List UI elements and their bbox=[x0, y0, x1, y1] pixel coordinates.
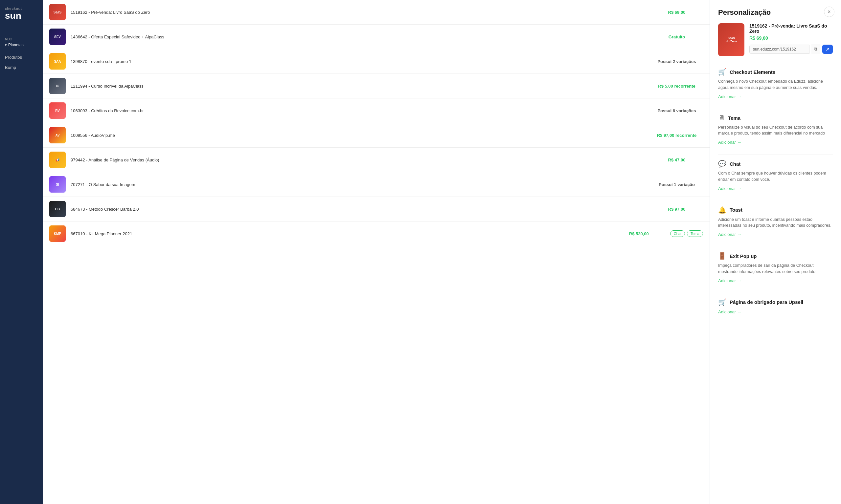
table-row[interactable]: AV1009556 - AudioVip.meR$ 97,00 recorren… bbox=[43, 123, 709, 148]
checkout-elements-title: Checkout Elements bbox=[730, 69, 775, 75]
section-divider bbox=[718, 109, 833, 109]
sidebar-item-bump[interactable]: Bump bbox=[5, 62, 38, 73]
product-price: R$ 97,00 recorrente bbox=[650, 133, 703, 138]
section-divider bbox=[718, 293, 833, 293]
product-thumbnail: SI bbox=[49, 176, 66, 193]
tema-add-link[interactable]: Adicionar → bbox=[718, 140, 741, 145]
panel-title: Personalização bbox=[718, 8, 833, 17]
sidebar-section-value: e Planetas bbox=[5, 43, 38, 47]
checkout-elements-add-link[interactable]: Adicionar → bbox=[718, 94, 741, 99]
sidebar-item-produtos[interactable]: Produtos bbox=[5, 52, 38, 62]
product-name: 1519162 - Pré-venda: Livro SaaS do Zero bbox=[71, 10, 646, 15]
table-row[interactable]: 📢979442 - Análise de Página de Vendas (Á… bbox=[43, 148, 709, 172]
table-row[interactable]: IC1211994 - Curso Incrível da AlpaClassR… bbox=[43, 74, 709, 98]
product-thumbnail: SaaS bbox=[49, 4, 66, 20]
tema-icon: 🖥 bbox=[718, 114, 725, 122]
product-name: 707271 - O Sabor da sua Imagem bbox=[71, 182, 646, 187]
section-header: 🚪Exit Pop up bbox=[718, 252, 833, 260]
section-item-chat: 💬ChatCom o Chat sempre que houver dúvida… bbox=[718, 160, 833, 196]
product-list: SaaS1519162 - Pré-venda: Livro SaaS do Z… bbox=[43, 0, 709, 246]
panel-sections: 🛒Checkout ElementsConheça o novo Checkou… bbox=[718, 63, 833, 319]
product-price: R$ 47,00 bbox=[650, 158, 703, 162]
section-item-tema: 🖥TemaPersonalize o visual do seu Checkou… bbox=[718, 114, 833, 150]
product-price: Possui 6 variações bbox=[650, 108, 703, 113]
product-price: Possui 2 variações bbox=[650, 59, 703, 64]
tema-title: Tema bbox=[728, 115, 740, 121]
preview-url-row: ⧉ ↗ bbox=[749, 44, 833, 54]
table-row[interactable]: SI707271 - O Sabor da sua ImagemPossui 1… bbox=[43, 172, 709, 197]
product-badges: ChatTema bbox=[670, 230, 703, 237]
preview-thumbnail: SaaSdo Zero bbox=[718, 23, 744, 56]
product-badge[interactable]: Tema bbox=[687, 230, 703, 237]
toast-icon: 🔔 bbox=[718, 206, 726, 214]
chat-add-link[interactable]: Adicionar → bbox=[718, 186, 741, 191]
chat-desc: Com o Chat sempre que houver dúvidas os … bbox=[718, 170, 833, 183]
url-copy-button[interactable]: ⧉ bbox=[811, 44, 820, 54]
table-row[interactable]: SaaS1519162 - Pré-venda: Livro SaaS do Z… bbox=[43, 0, 709, 24]
sidebar-section-label: NDO bbox=[5, 37, 38, 41]
pagina-obrigado-add-link[interactable]: Adicionar → bbox=[718, 309, 741, 314]
table-row[interactable]: RV1063093 - Créditos da Revoice.com.brPo… bbox=[43, 98, 709, 123]
product-name: 979442 - Análise de Página de Vendas (Áu… bbox=[71, 158, 646, 162]
toast-add-link[interactable]: Adicionar → bbox=[718, 232, 741, 237]
section-header: 🖥Tema bbox=[718, 114, 833, 122]
section-divider bbox=[718, 63, 833, 63]
product-price: Possui 1 variação bbox=[650, 182, 703, 187]
section-header: 💬Chat bbox=[718, 160, 833, 168]
toast-title: Toast bbox=[730, 207, 742, 213]
exit-popup-add-link[interactable]: Adicionar → bbox=[718, 278, 741, 283]
table-row[interactable]: SAA1398870 - evento sda - promo 1Possui … bbox=[43, 49, 709, 74]
product-preview: SaaSdo Zero 1519162 - Pré-venda: Livro S… bbox=[718, 23, 833, 56]
section-divider bbox=[718, 247, 833, 247]
product-badge[interactable]: Chat bbox=[670, 230, 685, 237]
main-content: SaaS1519162 - Pré-venda: Livro SaaS do Z… bbox=[43, 0, 709, 504]
table-row[interactable]: SEV1436642 - Oferta Especial Safevideo +… bbox=[43, 24, 709, 49]
right-panel: × Personalização SaaSdo Zero 1519162 - P… bbox=[709, 0, 841, 504]
product-price: Gratuito bbox=[650, 34, 703, 39]
checkout-elements-desc: Conheça o novo Checkout embedado da Eduz… bbox=[718, 78, 833, 91]
product-name: 1398870 - evento sda - promo 1 bbox=[71, 59, 646, 64]
sidebar-logo: checkout sun bbox=[5, 6, 38, 21]
product-thumbnail: SEV bbox=[49, 29, 66, 45]
url-open-button[interactable]: ↗ bbox=[822, 44, 833, 54]
logo-sun-text: sun bbox=[5, 11, 38, 21]
table-row[interactable]: CB684673 - Método Crescer Barba 2.0R$ 97… bbox=[43, 197, 709, 221]
panel-close-button[interactable]: × bbox=[824, 6, 835, 17]
sidebar: checkout sun NDO e Planetas Produtos Bum… bbox=[0, 0, 43, 504]
checkout-elements-icon: 🛒 bbox=[718, 68, 726, 76]
exit-popup-desc: Impeça compradores de sair da página de … bbox=[718, 263, 833, 275]
exit-popup-icon: 🚪 bbox=[718, 252, 726, 260]
section-header: 🔔Toast bbox=[718, 206, 833, 214]
product-name: 1063093 - Créditos da Revoice.com.br bbox=[71, 108, 646, 113]
exit-popup-title: Exit Pop up bbox=[730, 253, 757, 259]
preview-url-input[interactable] bbox=[749, 44, 809, 54]
section-item-pagina-obrigado: 🛒Página de obrigado para UpsellAdicionar… bbox=[718, 298, 833, 319]
section-item-exit-popup: 🚪Exit Pop upImpeça compradores de sair d… bbox=[718, 252, 833, 288]
product-name: 1436642 - Oferta Especial Safevideo + Al… bbox=[71, 34, 646, 39]
product-price: R$ 97,00 bbox=[650, 207, 703, 212]
product-price: R$ 69,00 bbox=[650, 10, 703, 15]
pagina-obrigado-icon: 🛒 bbox=[718, 298, 726, 306]
tema-desc: Personalize o visual do seu Checkout de … bbox=[718, 124, 833, 137]
section-header: 🛒Página de obrigado para Upsell bbox=[718, 298, 833, 306]
product-name: 667010 - Kit Mega Planner 2021 bbox=[71, 231, 608, 236]
product-name: 1211994 - Curso Incrível da AlpaClass bbox=[71, 84, 646, 89]
product-thumbnail: 📢 bbox=[49, 151, 66, 168]
section-header: 🛒Checkout Elements bbox=[718, 68, 833, 76]
preview-product-name: 1519162 - Pré-venda: Livro SaaS do Zero bbox=[749, 23, 833, 34]
preview-thumb-text: SaaSdo Zero bbox=[725, 35, 738, 44]
section-item-checkout-elements: 🛒Checkout ElementsConheça o novo Checkou… bbox=[718, 68, 833, 104]
preview-info: 1519162 - Pré-venda: Livro SaaS do Zero … bbox=[749, 23, 833, 54]
product-thumbnail: RV bbox=[49, 102, 66, 119]
product-thumbnail: AV bbox=[49, 127, 66, 143]
logo-checkout-text: checkout bbox=[5, 6, 38, 11]
product-name: 1009556 - AudioVip.me bbox=[71, 133, 646, 138]
product-price: R$ 5,00 recorrente bbox=[650, 84, 703, 89]
section-item-toast: 🔔ToastAdicione um toast e informe quanta… bbox=[718, 206, 833, 242]
toast-desc: Adicione um toast e informe quantas pess… bbox=[718, 217, 833, 229]
product-thumbnail: CB bbox=[49, 201, 66, 217]
preview-product-price: R$ 69,00 bbox=[749, 35, 833, 41]
product-name: 684673 - Método Crescer Barba 2.0 bbox=[71, 207, 646, 212]
product-thumbnail: IC bbox=[49, 78, 66, 94]
table-row[interactable]: KMP667010 - Kit Mega Planner 2021R$ 520,… bbox=[43, 221, 709, 246]
